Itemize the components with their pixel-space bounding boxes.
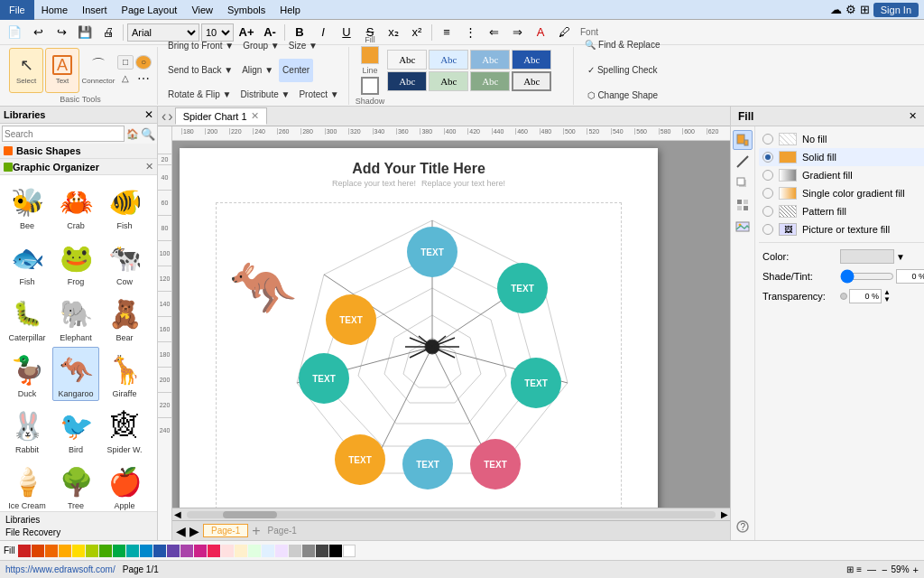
redo-btn[interactable]: ↪ xyxy=(51,23,72,42)
fill-option-gradient[interactable]: Gradient fill xyxy=(759,166,924,184)
fill-option-single-gradient[interactable]: Single color gradient fill xyxy=(759,184,924,202)
change-shape-btn[interactable]: ⬡ Change Shape xyxy=(580,84,664,107)
color-swatch-yellow[interactable] xyxy=(72,545,85,557)
fill-color-box[interactable] xyxy=(840,249,894,264)
color-swatch-pink[interactable] xyxy=(194,545,207,557)
find-replace-btn[interactable]: 🔍 Find & Replace xyxy=(580,33,664,57)
file-menu[interactable]: File xyxy=(0,0,34,20)
color-swatch-dark-gray[interactable] xyxy=(316,545,328,557)
connector-tool-btn[interactable]: ⌒ Connector xyxy=(81,48,116,93)
shape-rect-btn[interactable]: □ xyxy=(117,55,134,70)
color-swatch-teal[interactable] xyxy=(126,545,139,557)
style-preset-5[interactable]: Abc xyxy=(387,71,427,91)
cloud-icon[interactable]: ☁ xyxy=(830,3,842,16)
lib-item-bee[interactable]: 🐝 Bee xyxy=(4,179,51,233)
text-tool-btn[interactable]: A Text xyxy=(45,48,79,93)
page-layout-menu[interactable]: Page Layout xyxy=(115,0,185,20)
more-shapes-btn[interactable]: ⋯ xyxy=(135,71,152,86)
lib-item-frog[interactable]: 🐸 Frog xyxy=(52,235,99,289)
zoom-out-btn[interactable]: − xyxy=(882,564,887,575)
color-swatch-light-purple[interactable] xyxy=(275,545,288,557)
lib-item-fish2[interactable]: 🐟 Fish xyxy=(4,235,51,289)
lib-item-bird[interactable]: 🐦 Bird xyxy=(52,403,99,457)
maximize-icon[interactable]: ⊞ xyxy=(860,3,870,16)
scroll-right-btn[interactable]: ▶ xyxy=(719,509,730,519)
lib-item-caterpillar[interactable]: 🐛 Caterpillar xyxy=(4,291,51,345)
style-preset-6[interactable]: Abc xyxy=(429,71,468,91)
lib-item-duck[interactable]: 🦆 Duck xyxy=(4,347,51,401)
lib-bottom-libraries[interactable]: Libraries xyxy=(4,514,153,526)
lib-item-rabbit[interactable]: 🐰 Rabbit xyxy=(4,403,51,457)
size-btn[interactable]: Size ▼ xyxy=(285,34,321,58)
fill-pattern-icon[interactable] xyxy=(733,195,753,215)
zoom-in-btn[interactable]: + xyxy=(913,564,919,575)
color-swatch-white[interactable] xyxy=(343,545,356,557)
rotate-flip-btn[interactable]: Rotate & Flip ▼ xyxy=(164,83,235,107)
fill-help-icon[interactable]: ? xyxy=(733,517,753,536)
group-btn[interactable]: Group ▼ xyxy=(239,34,282,58)
fill-close-btn[interactable]: ✕ xyxy=(909,110,917,122)
color-swatch-light-pink[interactable] xyxy=(221,545,234,557)
style-preset-4[interactable]: Abc xyxy=(512,50,551,70)
spelling-check-btn[interactable]: ✓ Spelling Check xyxy=(580,59,664,82)
color-swatch-teal-green[interactable] xyxy=(113,545,125,557)
fill-option-solid[interactable]: Solid fill xyxy=(759,148,924,166)
lib-bottom-file-recovery[interactable]: File Recovery xyxy=(4,527,153,538)
insert-menu[interactable]: Insert xyxy=(75,0,115,20)
lib-search-input[interactable] xyxy=(2,126,125,142)
save-btn[interactable]: 💾 xyxy=(74,23,96,42)
print-btn[interactable]: 🖨 xyxy=(97,23,119,42)
style-preset-7[interactable]: Abc xyxy=(470,71,510,91)
style-preset-2[interactable]: Abc xyxy=(429,50,468,70)
lib-item-bear[interactable]: 🧸 Bear xyxy=(101,291,148,345)
color-swatch-purple[interactable] xyxy=(167,545,180,557)
color-swatch-orange[interactable] xyxy=(45,545,58,557)
libraries-close-btn[interactable]: ✕ xyxy=(144,108,153,121)
lib-home-icon[interactable]: 🏠 xyxy=(126,128,139,140)
color-swatch-black[interactable] xyxy=(329,545,342,557)
lib-item-giraffe[interactable]: 🦒 Giraffe xyxy=(101,347,148,401)
settings-icon[interactable]: ⚙ xyxy=(845,3,856,16)
graphic-organizer-close-btn[interactable]: ✕ xyxy=(145,161,153,172)
bring-front-btn[interactable]: Bring to Front ▼ xyxy=(164,34,237,58)
align-btn[interactable]: Align ▼ xyxy=(238,59,277,82)
chart-title[interactable]: Add Your Title Here xyxy=(180,161,658,177)
shape-ellipse-btn[interactable]: ○ xyxy=(135,55,152,70)
shape-triangle-btn[interactable]: △ xyxy=(117,71,134,86)
fill-transparency-input[interactable]: 0 % xyxy=(849,289,882,303)
protect-btn[interactable]: Protect ▼ xyxy=(295,83,342,107)
fill-option-picture[interactable]: 🖼 Picture or texture fill xyxy=(759,220,924,238)
lib-item-tree[interactable]: 🌳 Add Your Title Here Tree xyxy=(52,459,99,511)
scroll-left-btn[interactable]: ◀ xyxy=(172,509,183,519)
prev-page-btn[interactable]: ◀ xyxy=(176,524,186,538)
scroll-thumb-h[interactable] xyxy=(223,511,277,518)
canvas-drawing-area[interactable]: Add Your Title Here Replace your text he… xyxy=(180,148,658,508)
style-preset-8[interactable]: Abc xyxy=(512,71,551,91)
color-swatch-orange-red[interactable] xyxy=(32,545,44,557)
style-preset-3[interactable]: Abc xyxy=(470,50,510,70)
color-swatch-light-yellow[interactable] xyxy=(235,545,247,557)
lib-item-cow[interactable]: 🐄 Cow xyxy=(101,235,148,289)
fill-transparency-down[interactable]: ▼ xyxy=(883,296,891,303)
color-swatch-light-green[interactable] xyxy=(248,545,261,557)
lib-search-icon[interactable]: 🔍 xyxy=(141,127,155,141)
view-menu[interactable]: View xyxy=(184,0,220,20)
home-menu[interactable]: Home xyxy=(34,0,75,20)
help-menu[interactable]: Help xyxy=(273,0,308,20)
color-swatch-dark-blue[interactable] xyxy=(153,545,166,557)
line-color-indicator[interactable] xyxy=(361,77,379,95)
fill-line-icon[interactable] xyxy=(733,152,753,172)
undo-btn[interactable]: ↩ xyxy=(27,23,49,42)
spider-chart-svg[interactable]: TEXT TEXT TEXT TEXT xyxy=(261,202,604,491)
lib-item-kangaroo[interactable]: 🦘 Kangaroo xyxy=(52,347,99,401)
center-btn[interactable]: Center xyxy=(279,59,313,82)
prev-tab-btn[interactable]: ‹ xyxy=(162,108,166,125)
fill-color-indicator[interactable] xyxy=(361,46,379,64)
distribute-btn[interactable]: Distribute ▼ xyxy=(236,83,293,107)
lib-item-spider[interactable]: 🕸 Spider W. xyxy=(101,403,148,457)
fill-shade-input[interactable]: 0 % xyxy=(896,269,924,284)
fill-picture-icon[interactable] xyxy=(733,217,753,237)
spider-chart-tab[interactable]: Spider Chart 1 ✕ xyxy=(175,107,267,125)
symbols-menu[interactable]: Symbols xyxy=(220,0,273,20)
color-swatch-light-blue[interactable] xyxy=(262,545,274,557)
